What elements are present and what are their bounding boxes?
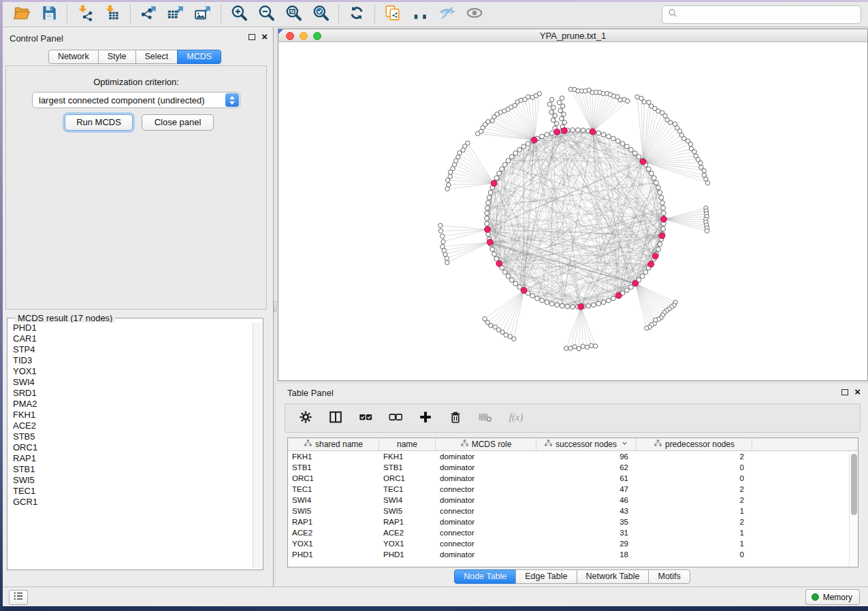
table-row[interactable]: YOX1YOX1connector291 <box>288 538 858 549</box>
open-button[interactable] <box>10 4 33 24</box>
cell-successor-nodes[interactable]: 61 <box>536 473 637 484</box>
import-table-button[interactable] <box>101 4 124 24</box>
gear-button[interactable] <box>298 410 314 427</box>
import-network-button[interactable] <box>74 4 97 24</box>
cell-name[interactable]: STB1 <box>379 462 436 473</box>
first-neighbors-button[interactable] <box>408 4 432 24</box>
cell-successor-nodes[interactable]: 43 <box>536 506 637 516</box>
table-row[interactable]: PHD1PHD1dominator180 <box>288 549 858 560</box>
cell-successor-nodes[interactable]: 35 <box>536 516 637 527</box>
cell-name[interactable]: RAP1 <box>379 516 436 527</box>
tab-style[interactable]: Style <box>98 50 136 64</box>
cell-successor-nodes[interactable]: 47 <box>536 484 637 495</box>
cell-shared-name[interactable]: SWI4 <box>288 495 379 506</box>
close-icon[interactable]: × <box>261 33 268 40</box>
run-mcds-button[interactable]: Run MCDS <box>65 114 133 131</box>
column-header-MCDS-role[interactable]: MCDS role <box>436 438 536 450</box>
tab-edge-table[interactable]: Edge Table <box>515 569 577 584</box>
clone-network-button[interactable] <box>381 4 404 24</box>
table-row[interactable]: RAP1RAP1dominator352 <box>288 516 858 527</box>
cell-predecessor-nodes[interactable]: 2 <box>637 484 752 495</box>
cell-name[interactable]: SWI4 <box>379 495 436 506</box>
cell-name[interactable]: YOX1 <box>379 538 436 549</box>
save-button[interactable] <box>37 4 61 24</box>
deselect-all-button[interactable] <box>387 410 404 427</box>
cell-successor-nodes[interactable]: 96 <box>536 451 637 462</box>
result-node-item[interactable]: PHD1 <box>8 323 253 333</box>
cell-successor-nodes[interactable]: 62 <box>536 462 637 473</box>
table-row[interactable]: FKH1FKH1dominator962 <box>288 451 858 462</box>
cell-name[interactable]: ORC1 <box>379 473 436 484</box>
cell-successor-nodes[interactable]: 29 <box>536 538 637 549</box>
cell-shared-name[interactable]: TEC1 <box>288 484 379 495</box>
table-row[interactable]: TEC1TEC1connector472 <box>288 484 858 495</box>
result-node-item[interactable]: CAR1 <box>8 333 253 344</box>
tab-motifs[interactable]: Motifs <box>648 569 690 584</box>
cell-name[interactable]: TEC1 <box>379 484 436 495</box>
result-node-item[interactable]: PMA2 <box>8 399 253 410</box>
cell-MCDS-role[interactable]: connector <box>436 527 536 538</box>
column-header-successor-nodes[interactable]: successor nodes <box>536 438 637 450</box>
cell-shared-name[interactable]: SWI5 <box>288 506 379 516</box>
select-all-button[interactable] <box>357 410 374 427</box>
cell-shared-name[interactable]: STB1 <box>288 462 379 473</box>
table-row[interactable]: STB1STB1dominator620 <box>288 462 858 473</box>
cell-MCDS-role[interactable]: connector <box>436 484 536 495</box>
memory-button[interactable]: Memory <box>805 589 860 605</box>
cell-predecessor-nodes[interactable]: 2 <box>637 495 752 506</box>
cell-name[interactable]: PHD1 <box>379 549 436 560</box>
result-node-item[interactable]: ORC1 <box>8 442 253 453</box>
tab-select[interactable]: Select <box>135 50 178 64</box>
refresh-button[interactable] <box>345 4 368 24</box>
show-all-button[interactable] <box>463 4 486 24</box>
tab-network-table[interactable]: Network Table <box>577 569 649 584</box>
network-canvas[interactable] <box>278 42 867 380</box>
cell-MCDS-role[interactable]: dominator <box>436 495 536 506</box>
cell-name[interactable]: ACE2 <box>379 527 436 538</box>
result-node-item[interactable]: GCR1 <box>8 497 253 508</box>
cell-predecessor-nodes[interactable]: 2 <box>637 516 752 527</box>
result-node-item[interactable]: RAP1 <box>8 453 253 464</box>
search-box[interactable] <box>662 5 861 24</box>
close-panel-button[interactable]: Close panel <box>142 114 214 131</box>
export-table-button[interactable] <box>164 4 187 24</box>
cell-successor-nodes[interactable]: 46 <box>536 495 637 506</box>
export-network-button[interactable] <box>137 4 160 24</box>
cell-predecessor-nodes[interactable]: 1 <box>637 506 752 516</box>
cell-shared-name[interactable]: RAP1 <box>288 516 379 527</box>
result-node-item[interactable]: TID3 <box>8 355 253 366</box>
close-icon[interactable]: × <box>854 389 861 395</box>
table-row[interactable]: ORC1ORC1dominator610 <box>288 473 858 484</box>
automation-panel-button[interactable] <box>9 590 28 605</box>
result-node-item[interactable]: SRD1 <box>8 388 253 399</box>
cell-shared-name[interactable]: PHD1 <box>288 549 379 560</box>
cell-predecessor-nodes[interactable]: 1 <box>637 527 752 538</box>
result-node-item[interactable]: FKH1 <box>8 410 253 420</box>
result-node-item[interactable]: SWI4 <box>8 377 253 388</box>
result-node-item[interactable]: STB5 <box>8 431 253 442</box>
cell-MCDS-role[interactable]: dominator <box>436 549 536 560</box>
zoom-in-button[interactable] <box>227 4 251 24</box>
zoom-selected-button[interactable] <box>309 4 332 24</box>
cell-name[interactable]: FKH1 <box>379 451 436 462</box>
zoom-fit-button[interactable] <box>282 4 305 24</box>
cell-MCDS-role[interactable]: connector <box>436 506 536 516</box>
float-icon[interactable] <box>841 389 848 395</box>
result-node-item[interactable]: SWI5 <box>8 475 253 486</box>
result-scrollbar[interactable] <box>253 323 262 569</box>
zoom-out-button[interactable] <box>255 4 278 24</box>
tab-node-table[interactable]: Node Table <box>454 569 516 584</box>
table-row[interactable]: ACE2ACE2connector311 <box>288 527 858 538</box>
table-row[interactable]: SWI4SWI4dominator462 <box>288 495 858 506</box>
float-icon[interactable] <box>248 34 255 40</box>
cell-predecessor-nodes[interactable]: 0 <box>637 549 752 560</box>
add-button[interactable] <box>417 410 434 427</box>
tab-mcds[interactable]: MCDS <box>177 50 221 64</box>
cell-successor-nodes[interactable]: 31 <box>536 527 637 538</box>
delete-button[interactable] <box>447 410 464 427</box>
result-node-item[interactable]: YOX1 <box>8 366 253 377</box>
export-image-button[interactable] <box>191 4 214 24</box>
cell-predecessor-nodes[interactable]: 2 <box>637 451 752 462</box>
table-scrollbar[interactable] <box>849 451 858 567</box>
scrollbar-thumb[interactable] <box>851 454 857 515</box>
